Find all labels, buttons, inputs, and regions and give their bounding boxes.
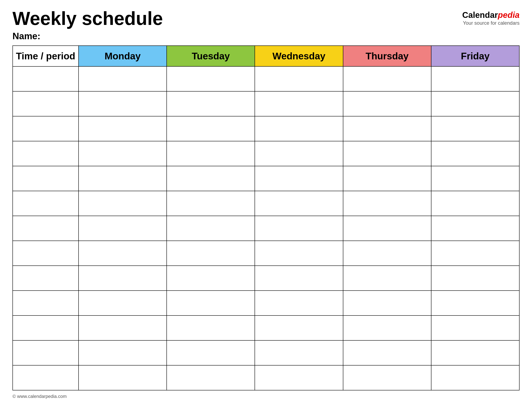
table-cell[interactable] xyxy=(431,266,519,290)
table-cell[interactable] xyxy=(343,241,431,266)
table-cell[interactable] xyxy=(13,66,79,91)
table-row xyxy=(13,191,519,216)
table-cell[interactable] xyxy=(255,141,343,166)
col-header-time: Time / period xyxy=(13,46,79,66)
table-cell[interactable] xyxy=(431,365,519,390)
table-cell[interactable] xyxy=(431,116,519,141)
table-cell[interactable] xyxy=(13,266,79,290)
table-cell[interactable] xyxy=(167,66,255,91)
logo-part1: Calendar xyxy=(462,10,498,19)
table-cell[interactable] xyxy=(343,191,431,216)
table-row xyxy=(13,241,519,266)
table-cell[interactable] xyxy=(255,216,343,241)
table-cell[interactable] xyxy=(343,365,431,390)
table-cell[interactable] xyxy=(13,290,79,315)
table-cell[interactable] xyxy=(167,266,255,290)
footer-area: © www.calendarpedia.com xyxy=(13,394,519,399)
table-cell[interactable] xyxy=(343,116,431,141)
table-cell[interactable] xyxy=(13,216,79,241)
table-cell[interactable] xyxy=(13,116,79,141)
table-cell[interactable] xyxy=(13,315,79,340)
table-cell[interactable] xyxy=(79,315,167,340)
table-cell[interactable] xyxy=(13,365,79,390)
table-cell[interactable] xyxy=(343,315,431,340)
table-cell[interactable] xyxy=(167,365,255,390)
table-cell[interactable] xyxy=(79,141,167,166)
table-row xyxy=(13,340,519,365)
table-cell[interactable] xyxy=(167,340,255,365)
table-cell[interactable] xyxy=(79,266,167,290)
table-cell[interactable] xyxy=(343,66,431,91)
table-cell[interactable] xyxy=(167,91,255,116)
table-cell[interactable] xyxy=(79,340,167,365)
table-cell[interactable] xyxy=(431,166,519,191)
table-body xyxy=(13,66,519,390)
table-cell[interactable] xyxy=(431,141,519,166)
table-cell[interactable] xyxy=(255,241,343,266)
table-cell[interactable] xyxy=(343,141,431,166)
table-cell[interactable] xyxy=(79,216,167,241)
table-cell[interactable] xyxy=(167,290,255,315)
table-cell[interactable] xyxy=(167,216,255,241)
table-row xyxy=(13,66,519,91)
table-cell[interactable] xyxy=(255,266,343,290)
table-cell[interactable] xyxy=(79,365,167,390)
table-cell[interactable] xyxy=(431,191,519,216)
table-cell[interactable] xyxy=(343,216,431,241)
table-cell[interactable] xyxy=(431,216,519,241)
table-cell[interactable] xyxy=(79,290,167,315)
table-row xyxy=(13,365,519,390)
table-cell[interactable] xyxy=(79,66,167,91)
table-cell[interactable] xyxy=(343,166,431,191)
col-header-thursday: Thursday xyxy=(343,46,431,66)
table-cell[interactable] xyxy=(431,290,519,315)
table-cell[interactable] xyxy=(343,290,431,315)
col-header-monday: Monday xyxy=(79,46,167,66)
table-cell[interactable] xyxy=(167,166,255,191)
table-cell[interactable] xyxy=(167,191,255,216)
table-cell[interactable] xyxy=(255,191,343,216)
table-cell[interactable] xyxy=(79,241,167,266)
table-row xyxy=(13,290,519,315)
table-cell[interactable] xyxy=(13,241,79,266)
table-cell[interactable] xyxy=(167,116,255,141)
table-cell[interactable] xyxy=(431,241,519,266)
table-cell[interactable] xyxy=(431,340,519,365)
table-cell[interactable] xyxy=(255,91,343,116)
table-cell[interactable] xyxy=(13,91,79,116)
table-cell[interactable] xyxy=(255,66,343,91)
table-cell[interactable] xyxy=(343,266,431,290)
table-cell[interactable] xyxy=(255,315,343,340)
col-header-friday: Friday xyxy=(431,46,519,66)
table-cell[interactable] xyxy=(79,191,167,216)
table-cell[interactable] xyxy=(255,340,343,365)
table-cell[interactable] xyxy=(13,166,79,191)
table-cell[interactable] xyxy=(79,91,167,116)
table-cell[interactable] xyxy=(431,91,519,116)
table-row xyxy=(13,216,519,241)
col-header-wednesday: Wednesday xyxy=(255,46,343,66)
table-cell[interactable] xyxy=(79,166,167,191)
table-cell[interactable] xyxy=(431,66,519,91)
logo-tagline: Your source for calendars xyxy=(463,20,519,26)
logo-part2: pedia xyxy=(498,10,519,19)
table-row xyxy=(13,141,519,166)
table-cell[interactable] xyxy=(431,315,519,340)
table-cell[interactable] xyxy=(13,141,79,166)
table-cell[interactable] xyxy=(167,141,255,166)
table-cell[interactable] xyxy=(255,290,343,315)
table-cell[interactable] xyxy=(167,315,255,340)
table-cell[interactable] xyxy=(255,365,343,390)
table-cell[interactable] xyxy=(13,191,79,216)
table-cell[interactable] xyxy=(255,166,343,191)
table-cell[interactable] xyxy=(255,116,343,141)
logo-block: Calendarpedia Your source for calendars xyxy=(462,8,519,26)
table-cell[interactable] xyxy=(343,340,431,365)
header-area: Weekly schedule Name: Calendarpedia Your… xyxy=(13,8,519,41)
page-title: Weekly schedule xyxy=(13,8,163,29)
table-cell[interactable] xyxy=(343,91,431,116)
table-cell[interactable] xyxy=(79,116,167,141)
table-cell[interactable] xyxy=(13,340,79,365)
table-cell[interactable] xyxy=(167,241,255,266)
footer-text: © www.calendarpedia.com xyxy=(13,394,67,399)
